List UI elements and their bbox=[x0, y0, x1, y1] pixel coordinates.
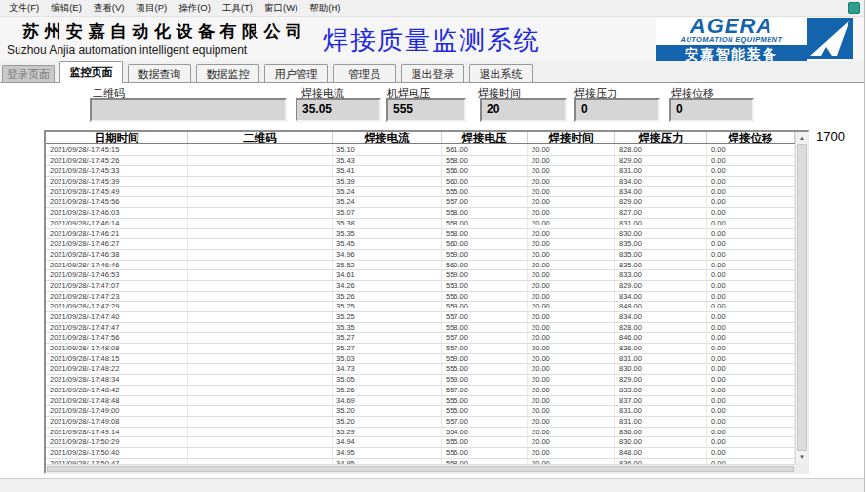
field-value: 555 bbox=[388, 100, 464, 120]
menu-item-project[interactable]: 项目(P) bbox=[130, 0, 173, 16]
tab-logout[interactable]: 退出登录 bbox=[401, 64, 464, 83]
table-row[interactable]: 2021/09/28/-17:47:2335.26556.0020.00834.… bbox=[46, 292, 795, 303]
table-row[interactable]: 2021/09/28/-17:48:3435.05559.0020.00829.… bbox=[46, 375, 795, 386]
tab-user-mgmt[interactable]: 用户管理 bbox=[264, 64, 328, 83]
column-header: 焊接电压 bbox=[442, 132, 528, 144]
table-cell bbox=[188, 166, 333, 177]
table-cell: 2021/09/28/-17:46:21 bbox=[46, 229, 188, 240]
table-row[interactable]: 2021/09/28/-17:49:0835.20557.0020.00831.… bbox=[46, 417, 795, 428]
table-cell: 555.00 bbox=[442, 406, 528, 417]
table-cell: 557.00 bbox=[442, 417, 528, 428]
table-row[interactable]: 2021/09/28/-17:48:4834.69555.0020.00837.… bbox=[46, 396, 795, 407]
table-row[interactable]: 2021/09/28/-17:50:4034.95556.0020.00848.… bbox=[46, 448, 795, 459]
column-header: 焊接压力 bbox=[615, 132, 707, 144]
table-cell: 0.00 bbox=[707, 323, 795, 334]
table-row[interactable]: 2021/09/28/-17:46:4635.52560.0020.00835.… bbox=[46, 261, 795, 271]
table-row[interactable]: 2021/09/28/-17:48:0835.27557.0020.00836.… bbox=[46, 344, 795, 354]
table-row[interactable]: 2021/09/28/-17:49:0035.20555.0020.00831.… bbox=[46, 406, 795, 417]
tab-data-query[interactable]: 数据查询 bbox=[128, 64, 191, 83]
menu-item-tools[interactable]: 工具(T) bbox=[217, 0, 258, 16]
table-row[interactable]: 2021/09/28/-17:45:5635.24557.0020.00829.… bbox=[46, 197, 795, 208]
table-cell: 556.00 bbox=[442, 166, 528, 177]
table-row[interactable]: 2021/09/28/-17:45:2635.43558.0020.00829.… bbox=[46, 156, 795, 167]
table-cell bbox=[188, 156, 333, 167]
table-cell: 0.00 bbox=[707, 261, 795, 271]
vscroll-thumb[interactable] bbox=[797, 144, 807, 451]
table-body: 2021/09/28/-17:45:1535.10561.0020.00828.… bbox=[46, 145, 795, 464]
table-cell: 827.00 bbox=[615, 208, 707, 219]
tab-data-monitor[interactable]: 数据监控 bbox=[196, 64, 259, 83]
table-cell: 0.00 bbox=[707, 437, 795, 448]
table-cell: 0.00 bbox=[707, 292, 795, 303]
table-cell: 20.00 bbox=[528, 375, 615, 386]
table-cell: 20.00 bbox=[528, 156, 615, 167]
tab-monitor[interactable]: 监控页面 bbox=[59, 61, 123, 83]
menu-item-window[interactable]: 窗口(W) bbox=[258, 0, 303, 16]
table-row[interactable]: 2021/09/28/-17:46:3834.96559.0020.00835.… bbox=[46, 250, 795, 261]
table-row[interactable]: 2021/09/28/-17:46:2735.45560.0020.00835.… bbox=[46, 239, 795, 250]
table-row[interactable]: 2021/09/28/-17:50:2934.94555.0020.00830.… bbox=[46, 437, 795, 448]
table-cell: 35.43 bbox=[333, 156, 442, 167]
table-cell: 560.00 bbox=[442, 239, 528, 250]
qrcode-input[interactable] bbox=[90, 98, 287, 122]
table-row[interactable]: 2021/09/28/-17:48:2234.73555.0020.00830.… bbox=[46, 364, 795, 375]
hscroll-thumb[interactable] bbox=[47, 466, 794, 472]
table-cell: 2021/09/28/-17:46:46 bbox=[46, 261, 188, 271]
table-row[interactable]: 2021/09/28/-17:45:1535.10561.0020.00828.… bbox=[46, 145, 795, 156]
table-cell: 2021/09/28/-17:47:29 bbox=[46, 302, 188, 312]
table-cell: 20.00 bbox=[528, 448, 615, 459]
table-row[interactable]: 2021/09/28/-17:48:1535.03559.0020.00831.… bbox=[46, 354, 795, 365]
table-cell: 559.00 bbox=[442, 375, 528, 386]
table-row[interactable]: 2021/09/28/-17:47:0734.26553.0020.00829.… bbox=[46, 281, 795, 292]
table-cell: 830.00 bbox=[615, 437, 707, 448]
scroll-up-icon[interactable]: ▲ bbox=[796, 132, 808, 144]
table-row[interactable]: 2021/09/28/-17:46:1435.38558.0020.00831.… bbox=[46, 219, 795, 229]
table-row[interactable]: 2021/09/28/-17:47:2935.25559.0020.00848.… bbox=[46, 302, 795, 312]
menu-item-view[interactable]: 查看(V) bbox=[88, 0, 131, 16]
scroll-down-icon[interactable]: ▼ bbox=[796, 451, 808, 464]
table-cell: 20.00 bbox=[528, 364, 615, 375]
table-cell: 557.00 bbox=[442, 333, 528, 344]
table-row[interactable]: 2021/09/28/-17:45:4935.24555.0020.00834.… bbox=[46, 187, 795, 198]
menu-item-file[interactable]: 文件(F) bbox=[3, 0, 45, 16]
tab-bar: 登录页面监控页面数据查询数据监控用户管理管理员退出登录退出系统 bbox=[0, 61, 864, 83]
tab-exit[interactable]: 退出系统 bbox=[469, 64, 533, 83]
table-row[interactable]: 2021/09/28/-17:45:3935.39560.0020.00834.… bbox=[46, 177, 795, 187]
table-cell: 20.00 bbox=[528, 333, 615, 344]
logo-brand: AGERA bbox=[690, 18, 772, 35]
field-value: 35.05 bbox=[297, 100, 379, 120]
vertical-scrollbar[interactable]: ▲ ▼ bbox=[795, 132, 808, 464]
table-row[interactable]: 2021/09/28/-17:46:5334.61559.0020.00833.… bbox=[46, 270, 795, 281]
table-cell: 20.00 bbox=[528, 428, 615, 438]
table-row[interactable]: 2021/09/28/-17:47:4735.35558.0020.00828.… bbox=[46, 323, 795, 334]
table-row[interactable]: 2021/09/28/-17:46:2135.35558.0020.00830.… bbox=[46, 229, 795, 240]
table-cell: 556.00 bbox=[442, 292, 528, 303]
table-cell: 0.00 bbox=[707, 229, 795, 240]
menu-item-operate[interactable]: 操作(O) bbox=[173, 0, 217, 16]
tab-admin[interactable]: 管理员 bbox=[333, 64, 396, 83]
table-cell bbox=[188, 364, 333, 375]
menu-item-edit[interactable]: 编辑(E) bbox=[45, 0, 88, 16]
table-cell: 555.00 bbox=[442, 396, 528, 407]
table-cell bbox=[188, 239, 333, 250]
table-row[interactable]: 2021/09/28/-17:46:0335.07558.0020.00827.… bbox=[46, 208, 795, 219]
table-cell: 559.00 bbox=[442, 354, 528, 365]
table-cell: 35.39 bbox=[333, 177, 442, 187]
table-cell: 2021/09/28/-17:45:33 bbox=[46, 166, 188, 177]
table-row[interactable]: 2021/09/28/-17:47:5635.27557.0020.00846.… bbox=[46, 333, 795, 344]
table-row[interactable]: 2021/09/28/-17:49:1435.29554.0020.00836.… bbox=[46, 428, 795, 438]
table-cell: 0.00 bbox=[707, 354, 795, 365]
table-row[interactable]: 2021/09/28/-17:45:3335.41556.0020.00831.… bbox=[46, 166, 795, 177]
menu-item-help[interactable]: 帮助(H) bbox=[303, 0, 346, 16]
tab-login[interactable]: 登录页面 bbox=[2, 65, 55, 83]
bottom-bar bbox=[0, 478, 864, 492]
table-cell: 20.00 bbox=[528, 229, 615, 240]
table-cell: 35.03 bbox=[333, 354, 442, 365]
table-row[interactable]: 2021/09/28/-17:48:4235.26557.0020.00833.… bbox=[46, 386, 795, 396]
tray-app-icon bbox=[848, 2, 860, 14]
table-cell: 0.00 bbox=[707, 406, 795, 417]
table-row[interactable]: 2021/09/28/-17:47:4035.25557.0020.00834.… bbox=[46, 312, 795, 323]
table-cell: 35.35 bbox=[333, 229, 442, 240]
table-cell: 20.00 bbox=[528, 219, 615, 229]
horizontal-scrollbar[interactable] bbox=[46, 464, 795, 472]
